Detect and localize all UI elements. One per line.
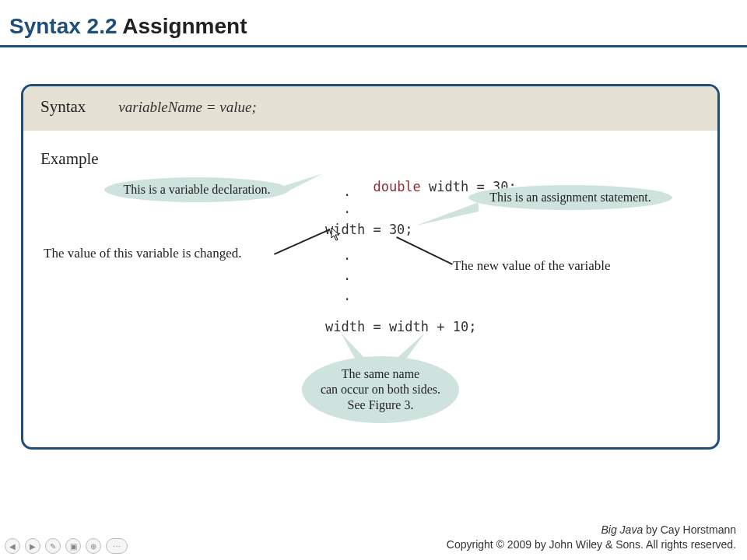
- label-new-value: The new value of the variable: [453, 258, 611, 274]
- callout-declaration-pointer: [280, 170, 327, 193]
- ellipsis-dot: .: [343, 288, 351, 303]
- callout-assignment: This is an assignment statement.: [468, 185, 672, 210]
- callout-declaration: This is a variable declaration.: [104, 177, 289, 202]
- footer: Big Java by Cay Horstmann Copyright © 20…: [447, 523, 736, 552]
- next-button[interactable]: ▶: [25, 538, 40, 554]
- callout-same-name-pointer: [333, 331, 442, 362]
- example-area: Example double width = 30; . . width = 3…: [23, 131, 717, 446]
- prev-button[interactable]: ◀: [5, 538, 20, 554]
- syntax-code: variableName = value;: [118, 99, 256, 116]
- syntax-card: Syntax variableName = value; Example dou…: [21, 84, 720, 450]
- label-value-changed: The value of this variable is changed.: [44, 246, 241, 261]
- line-new-value: [396, 236, 453, 264]
- footer-copyright: Copyright © 2009 by John Wiley & Sons. A…: [447, 537, 736, 552]
- footer-author: by Cay Horstmann: [643, 523, 736, 536]
- syntax-label: Syntax: [40, 97, 86, 117]
- page-header: Syntax 2.2 Assignment: [0, 0, 747, 47]
- pen-button[interactable]: ✎: [45, 538, 61, 554]
- callout-same-name-line2: can occur on both sides.: [321, 382, 440, 397]
- more-button[interactable]: ⋯: [106, 538, 128, 554]
- callout-same-name: The same name can occur on both sides. S…: [302, 356, 459, 423]
- ellipsis-dot: .: [343, 247, 351, 263]
- svg-marker-2: [341, 333, 367, 361]
- footer-line1: Big Java by Cay Horstmann: [447, 523, 736, 537]
- ellipsis-dot: .: [343, 201, 351, 216]
- callout-same-name-line3: See Figure 3.: [321, 397, 440, 413]
- callout-assignment-text: This is an assignment statement.: [489, 190, 651, 205]
- header-title: Assignment: [117, 14, 247, 38]
- svg-marker-0: [282, 173, 323, 193]
- callout-same-name-line1: The same name: [321, 366, 440, 382]
- slide-nav-controls: ◀ ▶ ✎ ▣ ⊕ ⋯: [5, 538, 128, 554]
- svg-marker-3: [394, 333, 425, 361]
- code-line-assignment: width = 30;: [325, 222, 413, 237]
- zoom-button[interactable]: ⊕: [86, 538, 101, 554]
- syntax-bar: Syntax variableName = value;: [23, 86, 717, 131]
- footer-book-title: Big Java: [601, 523, 643, 536]
- svg-marker-1: [416, 202, 479, 226]
- keyword-double: double: [373, 179, 420, 194]
- callout-assignment-pointer: [412, 201, 482, 232]
- header-syntax-number: Syntax 2.2: [9, 14, 117, 38]
- example-label: Example: [40, 149, 99, 169]
- callout-declaration-text: This is a variable declaration.: [124, 182, 271, 198]
- ellipsis-dot: .: [343, 184, 351, 199]
- screen-button[interactable]: ▣: [65, 538, 81, 554]
- line-value-changed: [274, 229, 330, 254]
- ellipsis-dot: .: [343, 268, 351, 283]
